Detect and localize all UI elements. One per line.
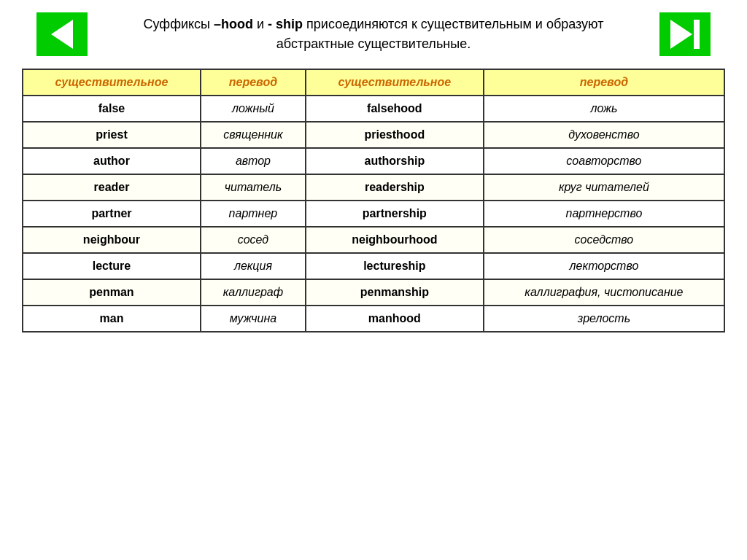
- cell-trans1: священник: [201, 122, 306, 148]
- col-header-trans2: перевод: [484, 69, 724, 96]
- cell-trans1: автор: [201, 148, 306, 174]
- col-header-noun2: существительное: [306, 69, 484, 96]
- page-title: Суффиксы –hood и - ship присоединяются к…: [118, 15, 629, 54]
- cell-noun1: penman: [23, 279, 201, 306]
- vocabulary-table: существительное перевод существительное …: [22, 69, 725, 332]
- cell-noun1: lecture: [23, 253, 201, 279]
- cell-trans1: сосед: [201, 227, 306, 253]
- cell-noun2: falsehood: [306, 96, 484, 122]
- table-row: neighbourсоседneighbourhoodсоседство: [23, 227, 724, 253]
- nav-next-button[interactable]: [659, 12, 711, 56]
- cell-trans1: читатель: [201, 174, 306, 201]
- cell-trans1: каллиграф: [201, 279, 306, 306]
- cell-noun2: penmanship: [306, 279, 484, 306]
- cell-noun1: false: [23, 96, 201, 122]
- cell-noun2: readership: [306, 174, 484, 201]
- table-row: priestсвященникpriesthoodдуховенство: [23, 122, 724, 148]
- cell-noun1: partner: [23, 201, 201, 227]
- cell-trans1: партнер: [201, 201, 306, 227]
- cell-trans2: соседство: [484, 227, 724, 253]
- cell-noun2: priesthood: [306, 122, 484, 148]
- cell-noun2: neighbourhood: [306, 227, 484, 253]
- table-row: lectureлекцияlectureshipлекторство: [23, 253, 724, 279]
- next-bar-icon: [694, 20, 700, 49]
- cell-trans2: каллиграфия, чистописание: [484, 279, 724, 306]
- col-header-trans1: перевод: [201, 69, 306, 96]
- cell-noun2: manhood: [306, 306, 484, 332]
- next-arrow-group: [670, 20, 700, 49]
- cell-noun2: lectureship: [306, 253, 484, 279]
- cell-trans2: круг читателей: [484, 174, 724, 201]
- cell-trans1: лекция: [201, 253, 306, 279]
- cell-noun1: priest: [23, 122, 201, 148]
- cell-trans2: лекторство: [484, 253, 724, 279]
- cell-trans2: духовенство: [484, 122, 724, 148]
- cell-noun2: authorship: [306, 148, 484, 174]
- cell-trans1: ложный: [201, 96, 306, 122]
- cell-trans2: зрелость: [484, 306, 724, 332]
- cell-noun1: man: [23, 306, 201, 332]
- header-section: Суффиксы –hood и - ship присоединяются к…: [22, 15, 725, 54]
- cell-trans2: партнерство: [484, 201, 724, 227]
- cell-noun1: reader: [23, 174, 201, 201]
- table-row: falseложныйfalsehoodложь: [23, 96, 724, 122]
- cell-noun1: neighbour: [23, 227, 201, 253]
- title-and: и: [253, 17, 268, 31]
- suffix-hood: –hood: [214, 17, 253, 31]
- title-suffix: присоединяются к существительным и образ…: [276, 17, 604, 51]
- col-header-noun1: существительное: [23, 69, 201, 96]
- cell-trans2: ложь: [484, 96, 724, 122]
- nav-prev-button[interactable]: [36, 12, 88, 56]
- table-row: authorавторauthorshipсоавторство: [23, 148, 724, 174]
- cell-trans1: мужчина: [201, 306, 306, 332]
- prev-arrow-icon: [51, 20, 73, 49]
- table-row: partnerпартнерpartnershipпартнерство: [23, 201, 724, 227]
- table-row: manмужчинаmanhoodзрелость: [23, 306, 724, 332]
- next-arrow-icon: [670, 20, 692, 49]
- page-container: Суффиксы –hood и - ship присоединяются к…: [0, 0, 747, 560]
- title-prefix: Суффиксы: [144, 17, 214, 31]
- cell-noun2: partnership: [306, 201, 484, 227]
- table-header-row: существительное перевод существительное …: [23, 69, 724, 96]
- table-row: readerчитательreadershipкруг читателей: [23, 174, 724, 201]
- cell-trans2: соавторство: [484, 148, 724, 174]
- table-row: penmanкаллиграфpenmanshipкаллиграфия, чи…: [23, 279, 724, 306]
- cell-noun1: author: [23, 148, 201, 174]
- suffix-ship: - ship: [268, 17, 303, 31]
